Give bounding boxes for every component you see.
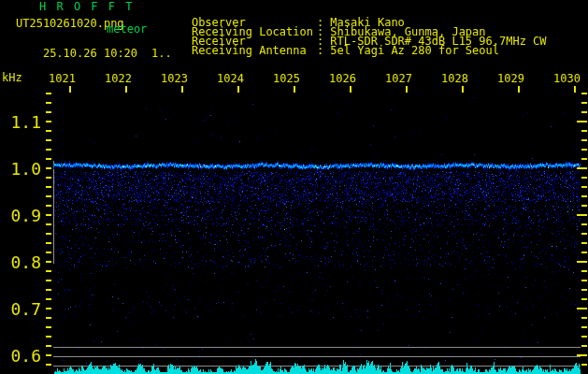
freq-tick-right xyxy=(581,93,587,94)
freq-tick-left xyxy=(46,121,51,122)
time-tick-label: 1028 xyxy=(441,73,468,84)
time-tick-label: 1027 xyxy=(385,73,412,84)
freq-tick-right xyxy=(581,270,587,272)
freq-tick-label: 0.7 xyxy=(0,301,41,318)
freq-tick-left xyxy=(46,242,51,244)
freq-tick-right xyxy=(581,280,587,281)
freq-tick-right xyxy=(581,336,587,338)
freq-tick-left xyxy=(46,186,51,188)
time-tick-label: 1025 xyxy=(273,73,300,84)
time-tick xyxy=(462,86,464,93)
freq-tick-right xyxy=(581,195,587,197)
time-tick xyxy=(574,86,576,93)
freq-tick-left xyxy=(46,252,51,253)
freq-tick-right xyxy=(581,111,587,113)
freq-tick-left xyxy=(46,364,51,366)
freq-tick-left xyxy=(46,280,51,281)
freq-tick-label: 1.0 xyxy=(0,161,41,178)
freq-tick-right xyxy=(577,214,587,216)
field-value: 5el Yagi Az 280 for Seoul xyxy=(317,44,499,57)
datetime-line: 25.10.26 10:201.. xyxy=(16,36,172,70)
freq-tick-right xyxy=(581,149,587,151)
field-label: Receiving Antenna xyxy=(192,45,317,56)
freq-tick-right xyxy=(581,102,587,104)
freq-tick-label: 0.8 xyxy=(0,254,41,271)
freq-tick-left xyxy=(46,177,51,179)
freq-tick-right xyxy=(577,261,587,263)
freq-tick-right xyxy=(581,130,587,132)
freq-tick-right xyxy=(577,121,587,122)
freq-tick-left xyxy=(46,111,51,113)
time-tick-label: 1022 xyxy=(105,73,132,84)
hrofft-output: H R O F F T UT2510261020.png meteor 25.1… xyxy=(0,0,588,374)
freq-tick-left xyxy=(46,167,51,169)
time-tick-label: 1026 xyxy=(329,73,356,84)
freq-tick-left xyxy=(46,354,51,356)
freq-tick-left xyxy=(46,289,51,291)
freq-tick-left xyxy=(46,270,51,272)
date-time: 25.10.26 10:20 xyxy=(43,47,137,60)
freq-tick-left xyxy=(46,158,51,160)
freq-tick-left xyxy=(46,298,51,300)
freq-tick-right xyxy=(581,242,587,244)
freq-tick-left xyxy=(46,93,51,94)
time-tick-label: 1029 xyxy=(497,73,524,84)
freq-tick-left xyxy=(46,139,51,141)
time-tick xyxy=(125,86,127,93)
freq-tick-left xyxy=(46,308,51,309)
time-tick-label: 1030 xyxy=(553,73,581,84)
freq-tick-left xyxy=(46,326,51,328)
freq-tick-right xyxy=(581,139,587,141)
time-tick xyxy=(69,86,71,93)
freq-tick-right xyxy=(581,289,587,291)
freq-tick-left xyxy=(46,102,51,104)
freq-tick-left xyxy=(46,205,51,207)
y-axis-unit-label: kHz xyxy=(2,72,22,83)
freq-tick-right xyxy=(581,298,587,300)
freq-tick-right xyxy=(581,205,587,207)
freq-tick-label: 1.1 xyxy=(0,114,41,131)
freq-tick-left xyxy=(46,261,51,263)
header-field-antenna: Receiving Antenna5el Yagi Az 280 for Seo… xyxy=(165,34,499,67)
freq-tick-left xyxy=(46,130,51,132)
freq-tick-right xyxy=(577,354,587,356)
time-tick xyxy=(294,86,295,93)
time-tick xyxy=(181,86,183,93)
time-tick xyxy=(350,86,351,93)
time-tick-label: 1024 xyxy=(217,73,244,84)
freq-tick-right xyxy=(581,223,587,225)
time-tick xyxy=(518,86,520,93)
freq-tick-right xyxy=(581,233,587,235)
time-tick xyxy=(406,86,408,93)
freq-tick-right xyxy=(581,177,587,179)
freq-tick-left xyxy=(46,149,51,151)
freq-tick-left xyxy=(46,223,51,225)
freq-tick-left xyxy=(46,233,51,235)
freq-tick-right xyxy=(581,186,587,188)
freq-tick-label: 0.9 xyxy=(0,208,41,224)
freq-tick-right xyxy=(581,158,587,160)
freq-tick-right xyxy=(581,317,587,319)
freq-tick-right xyxy=(581,364,587,366)
freq-tick-right xyxy=(581,326,587,328)
freq-tick-left xyxy=(46,345,51,347)
app-title: H R O F F T xyxy=(39,1,134,12)
freq-tick-left xyxy=(46,214,51,216)
freq-tick-left xyxy=(46,336,51,338)
freq-tick-left xyxy=(46,195,51,197)
time-tick xyxy=(237,86,239,93)
freq-tick-right xyxy=(581,345,587,347)
freq-tick-right xyxy=(577,167,587,169)
station-name: meteor xyxy=(107,23,147,35)
time-tick-label: 1021 xyxy=(49,73,76,84)
freq-tick-label: 0.6 xyxy=(0,348,41,365)
freq-tick-left xyxy=(46,317,51,319)
freq-tick-right xyxy=(581,252,587,253)
freq-tick-right xyxy=(577,308,587,309)
time-tick-label: 1023 xyxy=(161,73,188,84)
